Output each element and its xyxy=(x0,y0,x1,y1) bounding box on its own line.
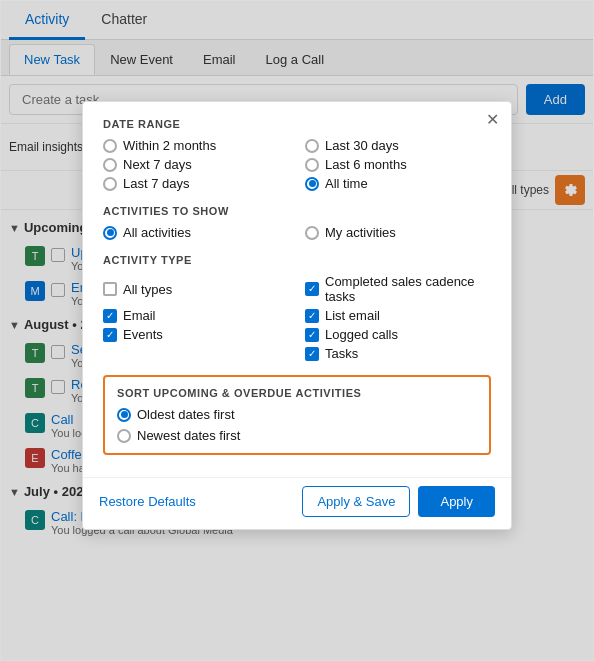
radio-all-activities[interactable]: All activities xyxy=(103,225,289,240)
radio-label: Within 2 months xyxy=(123,138,216,153)
radio-label: Next 7 days xyxy=(123,157,192,172)
activity-type-options: All types Completed sales cadence tasks … xyxy=(103,274,491,361)
apply-button[interactable]: Apply xyxy=(418,486,495,517)
apply-save-button[interactable]: Apply & Save xyxy=(302,486,410,517)
radio-next-7-days[interactable]: Next 7 days xyxy=(103,157,289,172)
radio-label: All time xyxy=(325,176,368,191)
radio-oldest-first[interactable]: Oldest dates first xyxy=(117,407,477,422)
footer-buttons: Apply & Save Apply xyxy=(302,486,495,517)
checkbox-icon xyxy=(103,282,117,296)
activities-to-show-title: ACTIVITIES TO SHOW xyxy=(103,205,491,217)
radio-label: Last 30 days xyxy=(325,138,399,153)
modal-body: DATE RANGE Within 2 months Last 30 days … xyxy=(83,102,511,477)
radio-label: All activities xyxy=(123,225,191,240)
modal-footer: Restore Defaults Apply & Save Apply xyxy=(83,477,511,529)
radio-icon xyxy=(103,158,117,172)
modal-close-button[interactable]: ✕ xyxy=(486,110,499,129)
radio-label: Last 6 months xyxy=(325,157,407,172)
radio-icon xyxy=(103,139,117,153)
radio-label: My activities xyxy=(325,225,396,240)
radio-last-30-days[interactable]: Last 30 days xyxy=(305,138,491,153)
checkbox-icon-checked xyxy=(305,347,319,361)
checkbox-icon-checked xyxy=(305,309,319,323)
radio-icon xyxy=(305,158,319,172)
date-range-title: DATE RANGE xyxy=(103,118,491,130)
checkbox-email[interactable]: Email xyxy=(103,308,289,323)
checkbox-icon-checked xyxy=(305,282,319,296)
checkbox-tasks[interactable]: Tasks xyxy=(305,346,491,361)
radio-icon xyxy=(305,139,319,153)
radio-icon xyxy=(103,177,117,191)
radio-my-activities[interactable]: My activities xyxy=(305,225,491,240)
radio-icon xyxy=(117,429,131,443)
checkbox-icon-checked xyxy=(305,328,319,342)
checkbox-completed-sales[interactable]: Completed sales cadence tasks xyxy=(305,274,491,304)
checkbox-label: Events xyxy=(123,327,163,342)
checkbox-label: Logged calls xyxy=(325,327,398,342)
radio-icon-selected xyxy=(305,177,319,191)
checkbox-logged-calls[interactable]: Logged calls xyxy=(305,327,491,342)
radio-icon-selected xyxy=(103,226,117,240)
radio-newest-first[interactable]: Newest dates first xyxy=(117,428,477,443)
checkbox-all-types[interactable]: All types xyxy=(103,274,289,304)
sort-section: SORT UPCOMING & OVERDUE ACTIVITIES Oldes… xyxy=(103,375,491,455)
radio-within-2-months[interactable]: Within 2 months xyxy=(103,138,289,153)
checkbox-label: All types xyxy=(123,282,172,297)
radio-all-time[interactable]: All time xyxy=(305,176,491,191)
main-container: Activity Chatter New Task New Event Emai… xyxy=(0,0,594,661)
checkbox-label: Tasks xyxy=(325,346,358,361)
radio-label: Newest dates first xyxy=(137,428,240,443)
checkbox-events[interactable]: Events xyxy=(103,327,289,342)
filter-modal: ✕ DATE RANGE Within 2 months Last 30 day… xyxy=(82,101,512,530)
modal-overlay: ✕ DATE RANGE Within 2 months Last 30 day… xyxy=(1,1,593,660)
radio-last-6-months[interactable]: Last 6 months xyxy=(305,157,491,172)
checkbox-icon-checked xyxy=(103,309,117,323)
checkbox-icon-checked xyxy=(103,328,117,342)
restore-defaults-button[interactable]: Restore Defaults xyxy=(99,494,196,509)
checkbox-label: Email xyxy=(123,308,156,323)
activities-to-show-options: All activities My activities xyxy=(103,225,491,240)
activity-type-title: ACTIVITY TYPE xyxy=(103,254,491,266)
checkbox-label: Completed sales cadence tasks xyxy=(325,274,491,304)
radio-icon xyxy=(305,226,319,240)
radio-label: Last 7 days xyxy=(123,176,190,191)
sort-title: SORT UPCOMING & OVERDUE ACTIVITIES xyxy=(117,387,477,399)
checkbox-label: List email xyxy=(325,308,380,323)
date-range-options: Within 2 months Last 30 days Next 7 days… xyxy=(103,138,491,191)
radio-label: Oldest dates first xyxy=(137,407,235,422)
radio-last-7-days[interactable]: Last 7 days xyxy=(103,176,289,191)
checkbox-list-email[interactable]: List email xyxy=(305,308,491,323)
radio-icon-selected xyxy=(117,408,131,422)
